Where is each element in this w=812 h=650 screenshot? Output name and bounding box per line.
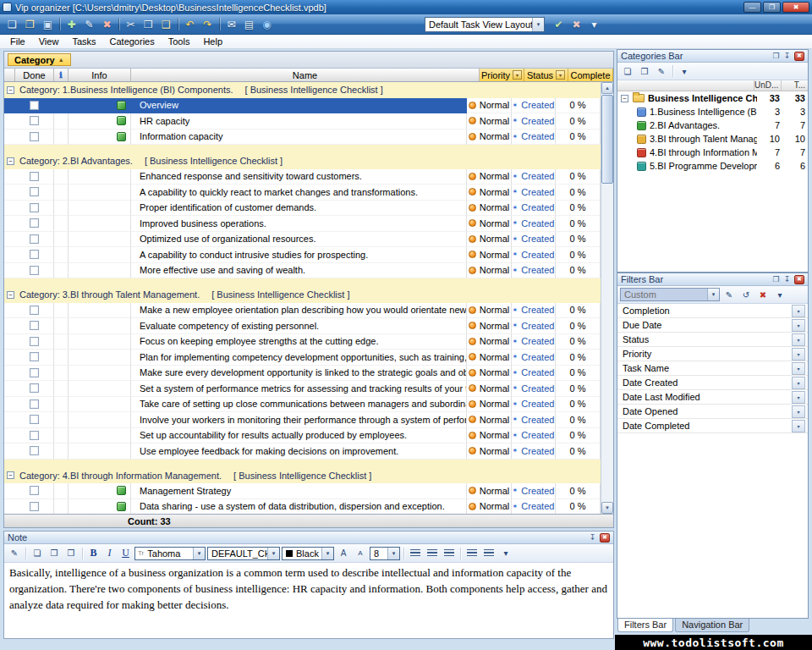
font-shrink-icon[interactable]: A (353, 546, 368, 560)
filter-row-completion[interactable]: Completion▾ (617, 304, 808, 318)
minimize-button[interactable]: — (743, 2, 761, 13)
task-checkbox[interactable] (30, 306, 39, 315)
column-header-status[interactable]: Status ▾ (524, 69, 568, 81)
font-grow-icon[interactable]: A (336, 546, 351, 560)
task-row[interactable]: Optimized use of organizational resource… (4, 232, 601, 248)
add-task-icon[interactable]: ✚ (63, 16, 80, 33)
task-row[interactable]: A capability to quickly react to market … (4, 185, 601, 201)
filter-dropdown-button[interactable]: ▾ (792, 348, 805, 361)
numbered-list-icon[interactable] (481, 546, 497, 560)
task-row[interactable]: Improved business operations.Normal✶Crea… (4, 216, 601, 232)
collapse-icon[interactable]: − (7, 291, 14, 299)
tree-item[interactable]: 4.BI through Information Manag77 (617, 146, 808, 159)
task-checkbox[interactable] (30, 446, 39, 455)
redo-icon[interactable]: ↷ (199, 16, 217, 33)
filters-bar-close-icon[interactable]: ✖ (794, 275, 804, 284)
column-header-flag[interactable]: ℹ (54, 69, 69, 81)
tree-item[interactable]: 3.BI through Talent Manageme1010 (617, 132, 808, 146)
save-layout-icon[interactable]: ✔ (550, 16, 568, 33)
scrollbar-thumb[interactable] (601, 95, 613, 184)
new-task-icon[interactable]: ❏ (3, 16, 21, 33)
menu-tools[interactable]: Tools (162, 36, 197, 47)
task-row[interactable]: OverviewNormal✶Created0 % (4, 98, 601, 114)
group-by-category-tab[interactable]: Category ▲ (8, 53, 71, 66)
column-header-name[interactable]: Name (131, 69, 480, 81)
column-header-priority[interactable]: Priority ▾ (480, 69, 524, 81)
filter-row-date-completed[interactable]: Date Completed▾ (617, 419, 808, 433)
char-style-combo[interactable]: DEFAULT_CHAR ▾ (207, 547, 280, 560)
restore-icon[interactable]: ❐ (771, 275, 782, 284)
task-checkbox[interactable] (30, 132, 39, 141)
filter-row-date-last-modified[interactable]: Date Last Modified▾ (617, 390, 808, 405)
new-note-icon[interactable]: ❏ (30, 546, 45, 560)
tree-item[interactable]: 5.BI Programme Development.66 (617, 159, 808, 173)
scroll-down-button[interactable]: ▼ (601, 502, 613, 514)
filter-row-date-created[interactable]: Date Created▾ (617, 376, 808, 390)
task-checkbox[interactable] (30, 486, 39, 495)
tree-item[interactable]: 1.Business Intelligence (BI) Co33 (617, 105, 808, 118)
task-row[interactable]: A capability to conduct intrusive studie… (4, 247, 601, 263)
italic-button[interactable]: I (102, 546, 117, 560)
filter-dropdown-button[interactable]: ▾ (792, 377, 805, 389)
tab-filters-bar[interactable]: Filters Bar (617, 619, 673, 632)
font-size-combo[interactable]: 8 ▾ (370, 547, 400, 560)
layout-combo-dropdown-icon[interactable]: ▾ (532, 18, 544, 31)
task-row[interactable]: Information capacityNormal✶Created0 % (4, 129, 601, 146)
task-row[interactable]: Data sharing - use a system of data dist… (4, 499, 601, 515)
align-right-icon[interactable] (442, 546, 457, 560)
column-header-total[interactable]: T... (781, 80, 808, 91)
web-icon[interactable]: ◉ (258, 16, 276, 33)
reset-filter-icon[interactable]: ↺ (738, 288, 754, 302)
align-center-icon[interactable] (425, 546, 440, 560)
tree-item-root[interactable]: −Business Intelligence Checklist3333 (617, 91, 808, 105)
tree-item[interactable]: 2.BI Advantages.77 (617, 118, 808, 132)
style-combo-dropdown-icon[interactable]: ▾ (267, 548, 279, 559)
menu-help[interactable]: Help (196, 36, 229, 47)
pin-icon[interactable]: ↧ (587, 533, 598, 542)
tree-collapse-icon[interactable]: − (621, 95, 628, 102)
filter-dropdown-button[interactable]: ▾ (792, 391, 805, 404)
bullet-list-icon[interactable] (464, 546, 480, 560)
filter-row-due-date[interactable]: Due Date▾ (617, 318, 808, 333)
task-checkbox[interactable] (30, 172, 39, 181)
email-icon[interactable]: ✉ (222, 16, 240, 33)
task-checkbox[interactable] (30, 203, 39, 212)
pin-icon[interactable]: ↧ (782, 52, 793, 60)
task-checkbox[interactable] (30, 218, 39, 228)
task-checkbox[interactable] (30, 431, 39, 440)
attach-icon[interactable]: ❒ (63, 546, 79, 560)
edit-filter-icon[interactable]: ✎ (721, 288, 737, 302)
category-row[interactable]: −Category: 4.BI through Information Mana… (4, 468, 601, 484)
task-row[interactable]: Plan for implementing competency develop… (4, 350, 601, 366)
add-subcategory-icon[interactable]: ❐ (637, 64, 652, 79)
filter-row-status[interactable]: Status▾ (617, 333, 808, 347)
task-checkbox[interactable] (30, 352, 39, 361)
categories-bar-close-icon[interactable]: ✖ (794, 52, 804, 61)
menu-categories[interactable]: Categories (103, 36, 162, 47)
task-checkbox[interactable] (30, 266, 39, 275)
task-checkbox[interactable] (30, 502, 39, 511)
priority-filter-button[interactable]: ▾ (513, 70, 522, 80)
tab-navigation-bar[interactable]: Navigation Bar (675, 619, 749, 632)
task-checkbox[interactable] (30, 101, 39, 110)
category-row[interactable]: −Category: 3.BI through Talent Managemen… (4, 287, 601, 303)
task-checkbox[interactable] (30, 383, 39, 393)
size-combo-dropdown-icon[interactable]: ▾ (387, 548, 399, 559)
note-close-icon[interactable]: ✖ (600, 533, 610, 543)
task-checkbox[interactable] (30, 187, 39, 196)
task-checkbox[interactable] (30, 368, 39, 377)
task-checkbox[interactable] (30, 321, 39, 330)
task-row[interactable]: Involve your workers in monitoring their… (4, 412, 601, 428)
task-row[interactable]: HR capacityNormal✶Created0 % (4, 113, 601, 129)
paste-icon[interactable]: ❑ (157, 16, 175, 33)
category-row[interactable]: −Category: 1.Business Intelligence (BI) … (4, 82, 601, 98)
task-row[interactable]: Use employee feedback for making decisio… (4, 443, 601, 460)
font-combo-dropdown-icon[interactable]: ▾ (193, 548, 205, 559)
print-icon[interactable]: ▤ (240, 16, 258, 33)
task-row[interactable]: Enhanced response and sensitivity toward… (4, 169, 601, 185)
status-filter-button[interactable]: ▾ (556, 70, 565, 80)
filter-dropdown-button[interactable]: ▾ (792, 305, 805, 317)
task-row[interactable]: Focus on keeping employee strengths at t… (4, 334, 601, 350)
edit-note-icon[interactable]: ✎ (7, 546, 22, 560)
collapse-icon[interactable]: − (7, 157, 14, 165)
